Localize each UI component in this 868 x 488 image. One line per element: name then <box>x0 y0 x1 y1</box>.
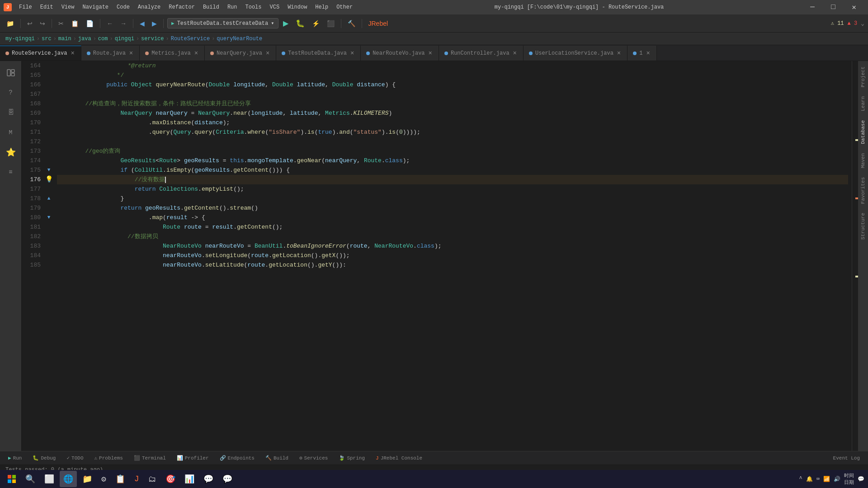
menu-window[interactable]: Window <box>284 2 311 12</box>
taskbar-keyboard-icon[interactable]: ⌨ <box>816 476 820 483</box>
tab-extra[interactable]: 1 × <box>627 46 657 61</box>
taskbar-wechat-button[interactable]: 💬 <box>219 471 236 487</box>
sidebar-label-structure[interactable]: Structure <box>860 209 866 243</box>
redo-button[interactable]: ↪ <box>37 19 48 28</box>
breadcrumb-main[interactable]: main <box>58 36 71 42</box>
taskbar-notification-center[interactable]: 💬 <box>858 476 864 483</box>
menu-file[interactable]: File <box>15 2 36 12</box>
tab-close-route[interactable]: × <box>128 50 134 57</box>
sidebar-maven-icon[interactable]: M <box>3 124 19 141</box>
taskbar-notification-icon[interactable]: 🔔 <box>806 476 813 483</box>
project-tree-button[interactable]: 📁 <box>4 19 17 28</box>
bottom-tab-todo[interactable]: ✓ TODO <box>62 453 88 463</box>
menu-analyze[interactable]: Analyze <box>134 2 164 12</box>
menu-code[interactable]: Code <box>113 2 133 12</box>
tab-close-metrics[interactable]: × <box>193 50 199 57</box>
tab-close-userlocationservice[interactable]: × <box>616 50 622 57</box>
taskbar-volume-icon[interactable]: 🔊 <box>834 476 840 483</box>
windows-start-button[interactable] <box>4 471 20 487</box>
menu-refactor[interactable]: Refactor <box>165 2 198 12</box>
menu-navigate[interactable]: Navigate <box>79 2 112 12</box>
back-button[interactable]: ← <box>104 19 116 28</box>
bottom-tab-spring[interactable]: 🍃 Spring <box>334 453 369 463</box>
sidebar-database-icon[interactable]: 🗄 <box>3 104 19 121</box>
breadcrumb-querynearroute[interactable]: queryNearRoute <box>217 36 262 42</box>
bottom-tab-endpoints[interactable]: 🔗 Endpoints <box>215 453 259 463</box>
taskbar-files-button[interactable]: 🗂 <box>145 471 160 487</box>
minimize-button[interactable]: ─ <box>802 0 823 14</box>
tab-close-nearroutevo[interactable]: × <box>428 50 433 57</box>
tab-testroutedata[interactable]: TestRouteData.java × <box>276 46 361 61</box>
stop-button[interactable]: ⬛ <box>324 19 337 28</box>
tab-close-routeservice[interactable]: × <box>70 50 75 57</box>
menu-other[interactable]: Other <box>333 2 356 12</box>
sidebar-learn-icon[interactable]: ? <box>3 84 19 101</box>
breadcrumb-service[interactable]: service <box>141 36 164 42</box>
paste-button[interactable]: 📄 <box>83 19 96 28</box>
tab-nearquery[interactable]: NearQuery.java × <box>205 46 276 61</box>
tab-metrics[interactable]: Metrics.java × <box>140 46 205 61</box>
bottom-tab-profiler[interactable]: 📊 Profiler <box>172 453 213 463</box>
taskbar-app1-button[interactable]: 📋 <box>112 471 129 487</box>
navigate-back-button[interactable]: ◀ <box>137 19 147 28</box>
tab-close-nearquery[interactable]: × <box>265 50 270 57</box>
cut-button[interactable]: ✂ <box>56 19 66 28</box>
tab-routeservice[interactable]: RouteService.java × <box>0 46 81 61</box>
taskbar-explorer-button[interactable]: 📁 <box>79 471 96 487</box>
taskbar-chrome-button[interactable]: ⚙ <box>98 471 110 487</box>
taskbar-idea-button[interactable]: J <box>131 471 143 487</box>
sidebar-project-icon[interactable] <box>3 65 19 81</box>
menu-edit[interactable]: Edit <box>37 2 57 12</box>
bottom-tab-problems[interactable]: ⚠ Problems <box>90 453 127 463</box>
run-button[interactable]: ▶ <box>280 18 291 29</box>
taskbar-search-button[interactable]: 🔍 <box>22 471 39 487</box>
bottom-tab-eventlog[interactable]: Event Log <box>829 454 864 463</box>
sidebar-label-project[interactable]: Project <box>860 63 866 91</box>
build-button[interactable]: 🔨 <box>345 19 358 28</box>
sidebar-label-learn[interactable]: Learn <box>860 93 866 115</box>
navigate-forward-button[interactable]: ▶ <box>149 19 160 28</box>
jrebel-button[interactable]: JRebel <box>366 19 391 28</box>
breadcrumb-java[interactable]: java <box>78 36 91 42</box>
forward-button[interactable]: → <box>118 19 129 28</box>
sidebar-label-favorites[interactable]: Favorites <box>860 174 866 207</box>
bottom-tab-services[interactable]: ⚙ Services <box>295 453 332 463</box>
taskbar-edge-button[interactable]: 🌐 <box>60 471 77 487</box>
tab-runcontroller[interactable]: RunController.java × <box>439 46 524 61</box>
close-button[interactable]: ✕ <box>844 0 864 14</box>
gutter-175[interactable]: ▼ <box>44 165 53 175</box>
sidebar-favorites-icon[interactable]: ⭐ <box>3 144 19 160</box>
sidebar-label-database[interactable]: Database <box>860 117 866 148</box>
gutter-180[interactable]: ▼ <box>44 213 53 222</box>
taskbar-app2-button[interactable]: 🎯 <box>162 471 179 487</box>
taskbar-hide-arrow[interactable]: ^ <box>799 476 802 482</box>
run-with-coverage-button[interactable]: ⚡ <box>309 19 322 28</box>
bottom-tab-terminal[interactable]: ⬛ Terminal <box>129 453 170 463</box>
tab-userlocationservice[interactable]: UserLocationService.java × <box>524 46 627 61</box>
taskbar-task-view-button[interactable]: ⬜ <box>41 471 58 487</box>
bottom-tab-build[interactable]: 🔨 Build <box>261 453 293 463</box>
bottom-tab-run[interactable]: ▶ Run <box>4 453 26 463</box>
menu-tools[interactable]: Tools <box>242 2 265 12</box>
taskbar-clock[interactable]: 时间 日期 <box>844 472 854 486</box>
warning-count[interactable]: ⚠ 11 <box>831 20 844 27</box>
breadcrumb-src[interactable]: src <box>42 36 52 42</box>
tab-close-runcontroller[interactable]: × <box>512 50 518 57</box>
debug-button[interactable]: 🐛 <box>293 18 307 29</box>
bottom-tab-debug[interactable]: 🐛 Debug <box>28 453 60 463</box>
taskbar-ppt-button[interactable]: 📊 <box>181 471 198 487</box>
breadcrumb-project[interactable]: my-qingqi <box>5 36 35 42</box>
tab-close-extra[interactable]: × <box>645 50 651 57</box>
menu-view[interactable]: View <box>58 2 78 12</box>
expand-all-icon[interactable]: ⌄ <box>861 20 864 27</box>
error-count[interactable]: ▲ 3 <box>848 20 858 27</box>
tab-nearroutevo[interactable]: NearRouteVo.java × <box>361 46 439 61</box>
tab-close-testroutedata[interactable]: × <box>349 50 355 57</box>
copy-button[interactable]: 📋 <box>68 19 81 28</box>
taskbar-app3-button[interactable]: 💬 <box>200 471 217 487</box>
menu-build[interactable]: Build <box>199 2 223 12</box>
bottom-tab-jrebel[interactable]: J JRebel Console <box>371 454 427 463</box>
scroll-indicator[interactable] <box>852 61 858 451</box>
menu-run[interactable]: Run <box>224 2 241 12</box>
breadcrumb-routeservice[interactable]: RouteService <box>171 36 210 42</box>
